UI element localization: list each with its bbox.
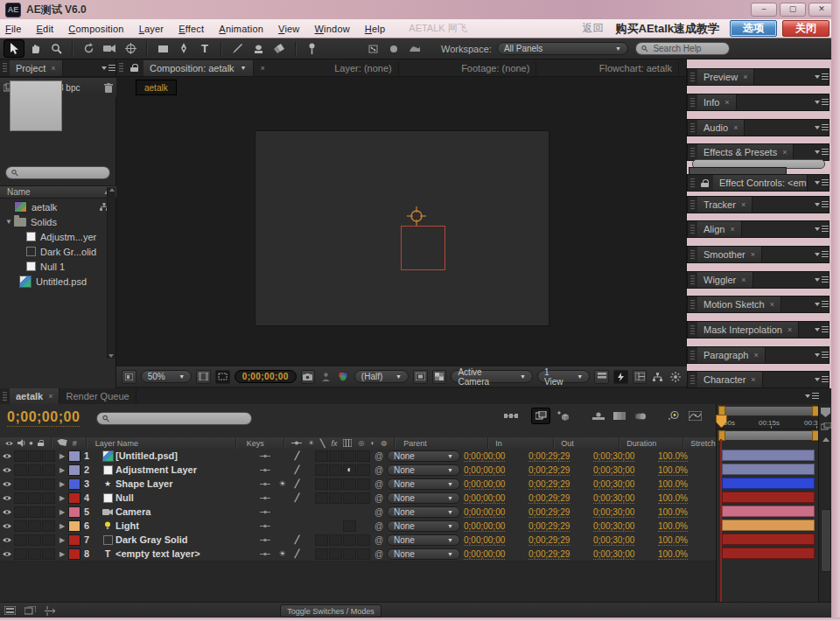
options-button[interactable]: 选项 [730, 20, 777, 37]
timeline-navigator-bar[interactable] [718, 406, 819, 416]
comp-button-icon[interactable] [821, 422, 831, 430]
motion-blur-switch[interactable] [343, 520, 356, 532]
project-name-header[interactable]: Name▲ [0, 185, 116, 199]
panel-gripper[interactable] [690, 375, 695, 385]
label-color-swatch[interactable] [68, 548, 80, 560]
free-transform-icon[interactable] [405, 40, 424, 57]
panel-menu-icon[interactable] [815, 98, 829, 107]
threed-switch[interactable] [357, 548, 370, 560]
tab-smoother[interactable]: Smoother× [697, 247, 762, 262]
duration-value[interactable]: 0;00;30;00 [593, 521, 658, 531]
stretch-value[interactable]: 100.0% [658, 465, 698, 475]
frame-blend-switch[interactable] [329, 548, 342, 560]
tab-timeline-aetalk[interactable]: aetalk× [10, 388, 60, 404]
frame-blend-header-icon[interactable] [343, 439, 352, 447]
label-color-swatch[interactable] [68, 534, 80, 546]
panel-menu-icon[interactable] [805, 392, 819, 401]
expand-transform-footer-icon[interactable] [45, 606, 55, 616]
panel-menu-icon[interactable] [815, 225, 829, 234]
duration-value[interactable]: 0;00;30;00 [593, 465, 658, 475]
out-value[interactable]: 0;00;29;29 [528, 549, 593, 559]
layer-row-2[interactable]: ▶ 2 Adjustment Layer ╱ ◐ @ None▼ 0;00;00… [0, 463, 716, 478]
layer-row-6[interactable]: ▶ 6 Light @ None▼ 0;00;00;00 0;00;29;29 … [0, 519, 716, 534]
panel-gripper[interactable] [690, 98, 695, 108]
panel-menu-icon[interactable] [815, 178, 829, 187]
layer-name[interactable]: Null [116, 492, 260, 503]
in-value[interactable]: 0;00;00;00 [464, 479, 528, 489]
lock-toggle[interactable] [42, 520, 55, 532]
audio-toggle[interactable] [14, 548, 27, 560]
shy-layers-icon[interactable] [590, 408, 607, 423]
layer-name[interactable]: Dark Gray Solid [116, 534, 260, 545]
clone-stamp-tool-icon[interactable] [248, 40, 268, 57]
stretch-value[interactable]: 100.0% [658, 535, 698, 545]
trash-icon[interactable] [104, 83, 113, 93]
viewer-timecode[interactable]: 0;00;00;00 [234, 370, 297, 383]
panel-menu-icon[interactable] [815, 73, 829, 81]
lock-toggle[interactable] [42, 506, 55, 518]
time-ruler[interactable]: 00s 00:15s 00:3 [717, 416, 819, 429]
reset-exposure-icon[interactable] [668, 371, 682, 383]
fx-switch[interactable] [315, 450, 328, 462]
menu-animation[interactable]: Animation [219, 24, 263, 34]
in-value[interactable]: 0;00;00;00 [464, 521, 528, 531]
fx-switch[interactable] [315, 492, 328, 504]
adjustment-switch-icon[interactable]: ◐ [343, 464, 356, 476]
layer-name[interactable]: [Untitled.psd] [116, 450, 260, 461]
fx-switch[interactable] [315, 548, 328, 560]
selection-tool-icon[interactable] [4, 40, 24, 57]
parent-pickwhip-icon[interactable]: @ [371, 507, 387, 517]
snapshot-icon[interactable] [301, 370, 316, 384]
zoom-tool-icon[interactable] [46, 40, 66, 57]
shy-switch-icon[interactable] [260, 467, 270, 473]
duration-value[interactable]: 0;00;30;00 [593, 493, 658, 503]
safe-margins-icon[interactable] [196, 370, 211, 384]
camera-tool-icon[interactable] [100, 40, 119, 57]
rectangle-tool-icon[interactable] [153, 40, 172, 57]
duration-value[interactable]: 0;00;30;00 [593, 451, 658, 461]
project-item-null[interactable]: Null 1 [0, 259, 108, 274]
lock-icon[interactable] [130, 64, 139, 72]
panel-gripper[interactable] [690, 325, 695, 335]
parent-pickwhip-icon[interactable]: @ [371, 535, 387, 545]
layer-bar-7[interactable] [722, 534, 815, 545]
parent-dropdown[interactable]: None▼ [387, 450, 460, 462]
comp-mini-flowchart-icon[interactable] [502, 408, 520, 423]
panel-gripper[interactable] [690, 225, 695, 234]
out-header[interactable]: Out [561, 439, 619, 448]
shy-switch-icon[interactable] [260, 551, 270, 557]
parent-header[interactable]: Parent [403, 439, 487, 448]
out-value[interactable]: 0;00;29;29 [528, 493, 593, 503]
label-color-swatch[interactable] [68, 520, 80, 532]
hand-tool-icon[interactable] [25, 40, 45, 57]
panel-menu-icon[interactable] [815, 351, 829, 359]
draft-3d-icon[interactable] [553, 408, 570, 423]
out-value[interactable]: 0;00;29;29 [528, 521, 593, 531]
eraser-tool-icon[interactable] [270, 40, 289, 57]
parent-dropdown[interactable]: None▼ [387, 478, 460, 490]
menu-file[interactable]: File [5, 24, 22, 34]
threed-switch[interactable] [357, 464, 370, 476]
eye-icon[interactable] [2, 550, 12, 558]
shy-switch-icon[interactable] [260, 453, 270, 459]
live-update-icon[interactable] [532, 408, 550, 423]
audio-toggle[interactable] [14, 464, 27, 476]
grid-guides-icon[interactable] [594, 370, 609, 384]
panel-menu-icon[interactable] [102, 64, 116, 73]
quality-switch-icon[interactable]: ╱ [290, 535, 304, 544]
tab-composition[interactable]: Composition: aetalk▼ [144, 60, 254, 76]
folder-expand-icon[interactable]: ▼ [5, 218, 14, 226]
stretch-value[interactable]: 100.0% [658, 451, 698, 461]
frame-blend-switch[interactable] [329, 492, 342, 504]
parent-pickwhip-icon[interactable]: @ [371, 493, 387, 503]
menu-layer[interactable]: Layer [139, 24, 164, 34]
timeline-search-input[interactable] [113, 413, 246, 424]
parent-pickwhip-icon[interactable]: @ [371, 465, 387, 475]
panel-gripper[interactable] [3, 63, 7, 73]
layer-row-3[interactable]: ▶ 3 ★ Shape Layer ☀ ╱ @ None▼ 0;00;00;00… [0, 477, 716, 492]
eye-icon[interactable] [2, 536, 12, 544]
view-count-dropdown[interactable]: 1 View▼ [537, 370, 590, 383]
audio-column-icon[interactable] [18, 439, 25, 447]
resolution-dropdown[interactable]: (Half)▼ [354, 370, 409, 383]
solo-toggle[interactable] [28, 520, 41, 532]
